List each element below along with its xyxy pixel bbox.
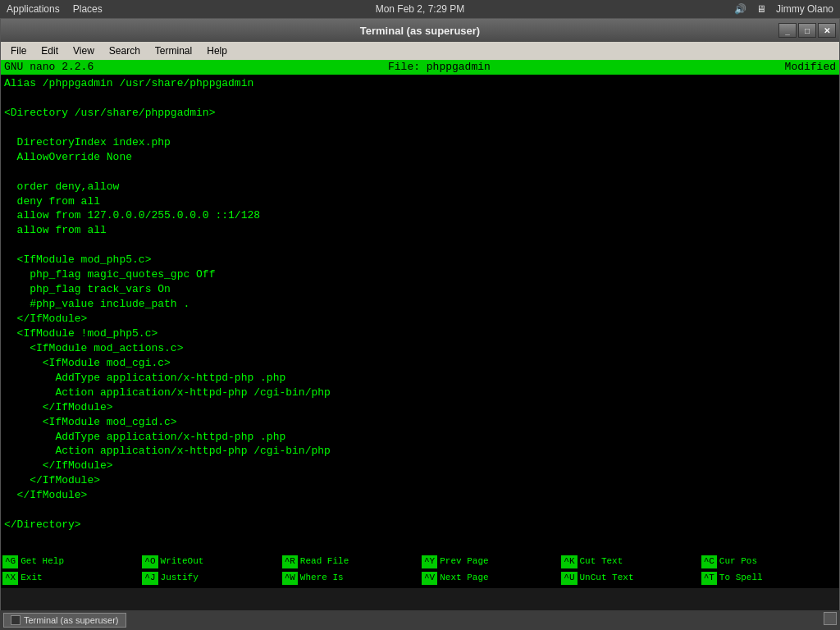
- shortcut-label-where-is: Where Is: [300, 572, 344, 584]
- taskbar-terminal-label: Terminal (as superuser): [24, 615, 119, 625]
- shortcut-label-get-help: Get Help: [21, 555, 64, 568]
- editor-line: <IfModule mod_actions.c>: [4, 341, 836, 356]
- shortcut-read-file[interactable]: ^R Read File: [281, 555, 420, 568]
- editor-line: DirectoryIndex index.php: [4, 135, 836, 150]
- menu-edit[interactable]: Edit: [34, 43, 65, 58]
- shortcut-label-justify: Justify: [161, 572, 199, 584]
- places-menu[interactable]: Places: [73, 3, 103, 15]
- editor-line: allow from 127.0.0.0/255.0.0.0 ::1/128: [4, 208, 836, 223]
- taskbar-right: [824, 612, 837, 629]
- shortcut-label-exit: Exit: [21, 572, 42, 584]
- minimize-button[interactable]: _: [778, 23, 797, 38]
- system-bar-clock: Mon Feb 2, 7:29 PM: [376, 3, 465, 15]
- shortcut-key-next-page: ^V: [422, 572, 437, 584]
- shortcut-prev-page[interactable]: ^Y Prev Page: [420, 555, 559, 568]
- shortcut-label-read-file: Read File: [300, 555, 349, 568]
- shortcut-key-read-file: ^R: [282, 555, 298, 568]
- editor-line: </IfModule>: [4, 312, 836, 326]
- volume-icon[interactable]: 🔊: [734, 3, 746, 15]
- user-name: Jimmy Olano: [776, 3, 833, 15]
- network-icon[interactable]: 🖥: [756, 3, 766, 15]
- editor-line: [4, 238, 836, 253]
- shortcut-key-uncut-text: ^U: [561, 572, 577, 584]
- shortcut-key-justify: ^J: [142, 572, 158, 584]
- window-controls: _ □ ✕: [778, 23, 836, 38]
- editor-line: deny from all: [4, 194, 836, 209]
- shortcut-key-cur-pos: ^C: [701, 555, 717, 568]
- editor-line: </IfModule>: [4, 459, 836, 473]
- editor-line: AllowOverride None: [4, 150, 836, 165]
- editor-line: php_flag track_vars On: [4, 282, 836, 297]
- shortcut-key-to-spell: ^T: [701, 572, 717, 584]
- shortcut-label-cur-pos: Cur Pos: [719, 555, 757, 568]
- taskbar: Terminal (as superuser): [0, 610, 840, 630]
- editor-line: Action application/x-httpd-php /cgi-bin/…: [4, 386, 836, 400]
- nano-status: Modified: [785, 60, 836, 75]
- editor-line: <IfModule mod_php5.c>: [4, 253, 836, 267]
- window-title: Terminal (as superuser): [360, 25, 480, 37]
- nano-filename: File: phppgadmin: [388, 60, 491, 75]
- editor-line: php_flag magic_quotes_gpc Off: [4, 267, 836, 282]
- shortcut-key-get-help: ^G: [2, 555, 18, 568]
- shortcut-cur-pos[interactable]: ^C Cur Pos: [700, 555, 839, 568]
- editor-line: [4, 165, 836, 180]
- shortcut-next-page[interactable]: ^V Next Page: [420, 572, 559, 584]
- editor-line: [4, 503, 836, 518]
- system-bar-right: 🔊 🖥 Jimmy Olano: [734, 3, 833, 15]
- shortcut-where-is[interactable]: ^W Where Is: [281, 572, 420, 584]
- shortcut-key-writeout: ^O: [142, 555, 158, 568]
- system-bar-left: Applications Places: [7, 3, 103, 15]
- editor-line: </IfModule>: [4, 473, 836, 488]
- editor-line: </IfModule>: [4, 400, 836, 415]
- shortcut-key-where-is: ^W: [282, 572, 298, 584]
- shortcut-key-cut-text: ^K: [561, 555, 577, 568]
- editor-line: </IfModule>: [4, 488, 836, 503]
- menu-search[interactable]: Search: [103, 43, 147, 58]
- nano-version: GNU nano 2.2.6: [4, 60, 94, 75]
- applications-menu[interactable]: Applications: [7, 3, 60, 15]
- shortcut-justify[interactable]: ^J Justify: [140, 572, 280, 584]
- shortcut-row-2: ^X Exit ^J Justify ^W Where Is ^V Next P…: [1, 572, 839, 584]
- editor-line: [4, 121, 836, 135]
- shortcut-key-exit: ^X: [2, 572, 18, 584]
- shortcut-label-to-spell: To Spell: [719, 572, 763, 584]
- editor-line: AddType application/x-httpd-php .php: [4, 371, 836, 386]
- editor-line: [4, 91, 836, 106]
- editor-line: <IfModule mod_cgid.c>: [4, 415, 836, 430]
- menu-help[interactable]: Help: [200, 43, 234, 58]
- shortcut-writeout[interactable]: ^O WriteOut: [140, 555, 280, 568]
- shortcut-label-next-page: Next Page: [440, 572, 488, 584]
- nano-header: GNU nano 2.2.6 File: phppgadmin Modified: [1, 60, 839, 75]
- editor-line: <IfModule mod_cgi.c>: [4, 356, 836, 371]
- editor-line: #php_value include_path .: [4, 297, 836, 312]
- terminal-window: Terminal (as superuser) _ □ ✕ File Edit …: [0, 18, 840, 630]
- shortcut-row-1: ^G Get Help ^O WriteOut ^R Read File ^Y …: [1, 555, 839, 568]
- editor-line: order deny,allow: [4, 180, 836, 194]
- maximize-button[interactable]: □: [798, 23, 816, 38]
- editor-content[interactable]: Alias /phppgadmin /usr/share/phppgadmin …: [1, 75, 839, 552]
- editor-line: </Directory>: [4, 518, 836, 532]
- editor-line-cursor: allow from all: [4, 223, 836, 238]
- menu-bar: File Edit View Search Terminal Help: [1, 42, 839, 60]
- editor-line: Alias /phppgadmin /usr/share/phppgadmin: [4, 76, 836, 91]
- shortcut-uncut-text[interactable]: ^U UnCut Text: [559, 572, 699, 584]
- editor-line: <Directory /usr/share/phppgadmin>: [4, 106, 836, 121]
- shortcut-label-prev-page: Prev Page: [440, 555, 488, 568]
- terminal-area[interactable]: GNU nano 2.2.6 File: phppgadmin Modified…: [1, 60, 839, 588]
- menu-view[interactable]: View: [66, 43, 101, 58]
- shortcut-key-prev-page: ^Y: [422, 555, 437, 568]
- taskbar-terminal-icon: [11, 615, 21, 625]
- shortcut-exit[interactable]: ^X Exit: [1, 572, 140, 584]
- shortcut-cut-text[interactable]: ^K Cut Text: [559, 555, 699, 568]
- shortcut-to-spell[interactable]: ^T To Spell: [700, 572, 839, 584]
- close-button[interactable]: ✕: [818, 23, 836, 38]
- shortcut-get-help[interactable]: ^G Get Help: [1, 555, 140, 568]
- shortcut-label-cut-text: Cut Text: [580, 555, 623, 568]
- menu-file[interactable]: File: [4, 43, 33, 58]
- system-bar: Applications Places Mon Feb 2, 7:29 PM 🔊…: [0, 0, 840, 18]
- menu-terminal[interactable]: Terminal: [148, 43, 199, 58]
- taskbar-terminal-item[interactable]: Terminal (as superuser): [3, 613, 126, 628]
- taskbar-systray-icon: [824, 612, 837, 625]
- shortcut-label-uncut-text: UnCut Text: [580, 572, 634, 584]
- editor-line: AddType application/x-httpd-php .php: [4, 430, 836, 445]
